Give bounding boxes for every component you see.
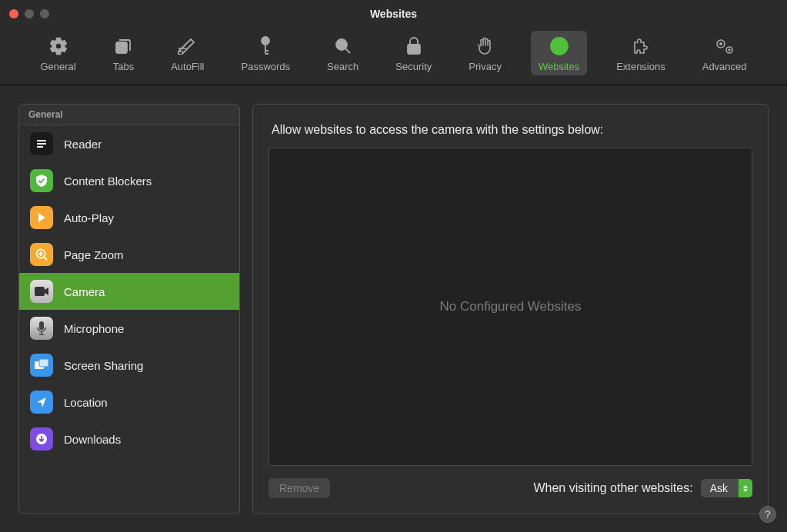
play-icon <box>30 206 53 229</box>
globe-icon <box>549 35 569 57</box>
panel-footer: Remove When visiting other websites: Ask <box>268 478 752 498</box>
svg-point-9 <box>728 49 729 51</box>
toolbar-item-security[interactable]: Security <box>388 31 439 75</box>
chevron-up-down-icon <box>739 479 752 497</box>
remove-button[interactable]: Remove <box>268 478 330 498</box>
camera-icon <box>30 280 53 303</box>
sidebar-item-auto-play[interactable]: Auto-Play <box>19 199 239 236</box>
svg-rect-3 <box>408 45 420 54</box>
window-title: Websites <box>370 8 417 20</box>
toolbar-label: Privacy <box>469 61 502 72</box>
toolbar-label: Websites <box>539 61 579 72</box>
sidebar-item-label: Camera <box>64 285 105 298</box>
gear-icon <box>48 35 68 57</box>
toolbar-item-general[interactable]: General <box>32 31 83 75</box>
search-icon <box>334 35 352 57</box>
gears-icon <box>713 35 736 57</box>
sidebar-item-label: Screen Sharing <box>64 359 143 372</box>
sidebar-item-label: Page Zoom <box>64 248 124 261</box>
zoom-window-button[interactable] <box>40 9 49 18</box>
configured-websites-list[interactable]: No Configured Websites <box>268 148 752 466</box>
microphone-icon <box>30 317 53 340</box>
sidebar-item-label: Microphone <box>64 322 124 335</box>
sidebar-item-camera[interactable]: Camera <box>19 273 239 310</box>
toolbar-label: Advanced <box>702 61 747 72</box>
detail-panel: Allow websites to access the camera with… <box>252 104 769 514</box>
shield-check-icon <box>30 169 53 192</box>
toolbar-label: Tabs <box>113 61 134 72</box>
key-icon <box>258 35 272 57</box>
svg-point-1 <box>262 37 269 45</box>
zoom-icon <box>30 243 53 266</box>
toolbar-item-websites[interactable]: Websites <box>531 31 587 75</box>
default-policy-row: When visiting other websites: Ask <box>533 479 752 497</box>
preferences-toolbar: General Tabs AutoFill Passwords Search S… <box>0 28 787 85</box>
screens-icon <box>30 354 53 377</box>
empty-state-text: No Configured Websites <box>440 299 582 314</box>
toolbar-item-extensions[interactable]: Extensions <box>609 31 673 75</box>
sidebar-item-screen-sharing[interactable]: Screen Sharing <box>19 347 239 384</box>
close-window-button[interactable] <box>9 9 18 18</box>
toolbar-item-advanced[interactable]: Advanced <box>695 31 755 75</box>
toolbar-label: Security <box>395 61 432 72</box>
toolbar-label: Extensions <box>616 61 665 72</box>
default-policy-select[interactable]: Ask <box>701 479 752 497</box>
sidebar-section-header: General <box>19 105 239 125</box>
pencil-icon <box>177 35 198 57</box>
reader-icon <box>30 132 53 155</box>
svg-point-7 <box>719 43 722 45</box>
sidebar-item-location[interactable]: Location <box>19 384 239 421</box>
sidebar-item-label: Location <box>64 396 108 409</box>
sidebar-item-label: Downloads <box>64 433 121 446</box>
sidebar-list: Reader Content Blockers Auto-Play Page Z… <box>19 125 239 514</box>
sidebar-item-label: Auto-Play <box>64 211 114 224</box>
select-value: Ask <box>701 480 739 497</box>
toolbar-item-privacy[interactable]: Privacy <box>461 31 509 75</box>
sidebar-item-downloads[interactable]: Downloads <box>19 421 239 457</box>
toolbar-label: Passwords <box>242 61 291 72</box>
sidebar-item-reader[interactable]: Reader <box>19 125 239 162</box>
toolbar-item-tabs[interactable]: Tabs <box>105 31 142 75</box>
sidebar-item-label: Content Blockers <box>64 175 152 188</box>
sidebar-item-microphone[interactable]: Microphone <box>19 310 239 347</box>
toolbar-item-search[interactable]: Search <box>319 31 366 75</box>
sidebar: General Reader Content Blockers Auto-Pla… <box>18 104 240 514</box>
traffic-lights <box>9 9 49 18</box>
toolbar-label: Search <box>327 61 358 72</box>
puzzle-icon <box>631 35 651 57</box>
toolbar-label: General <box>40 61 75 72</box>
sidebar-item-content-blockers[interactable]: Content Blockers <box>19 162 239 199</box>
svg-rect-11 <box>37 143 46 145</box>
download-icon <box>30 427 53 451</box>
svg-rect-15 <box>39 321 44 330</box>
svg-rect-17 <box>39 359 48 367</box>
toolbar-label: AutoFill <box>171 61 204 72</box>
panel-title: Allow websites to access the camera with… <box>268 123 752 137</box>
lock-icon <box>406 35 422 57</box>
minimize-window-button[interactable] <box>25 9 34 18</box>
toolbar-item-passwords[interactable]: Passwords <box>234 31 298 75</box>
svg-rect-12 <box>37 146 43 148</box>
sidebar-item-label: Reader <box>64 138 102 151</box>
svg-rect-0 <box>116 42 127 53</box>
tabs-icon <box>114 35 132 57</box>
svg-rect-14 <box>35 287 45 296</box>
svg-rect-10 <box>37 140 46 141</box>
hand-icon <box>477 35 494 57</box>
content-area: General Reader Content Blockers Auto-Pla… <box>0 85 787 532</box>
sidebar-item-page-zoom[interactable]: Page Zoom <box>19 236 239 273</box>
toolbar-item-autofill[interactable]: AutoFill <box>163 31 212 75</box>
default-policy-label: When visiting other websites: <box>533 481 692 495</box>
svg-point-2 <box>336 39 347 50</box>
location-arrow-icon <box>30 391 53 414</box>
help-button[interactable]: ? <box>759 506 776 523</box>
titlebar: Websites <box>0 0 787 28</box>
